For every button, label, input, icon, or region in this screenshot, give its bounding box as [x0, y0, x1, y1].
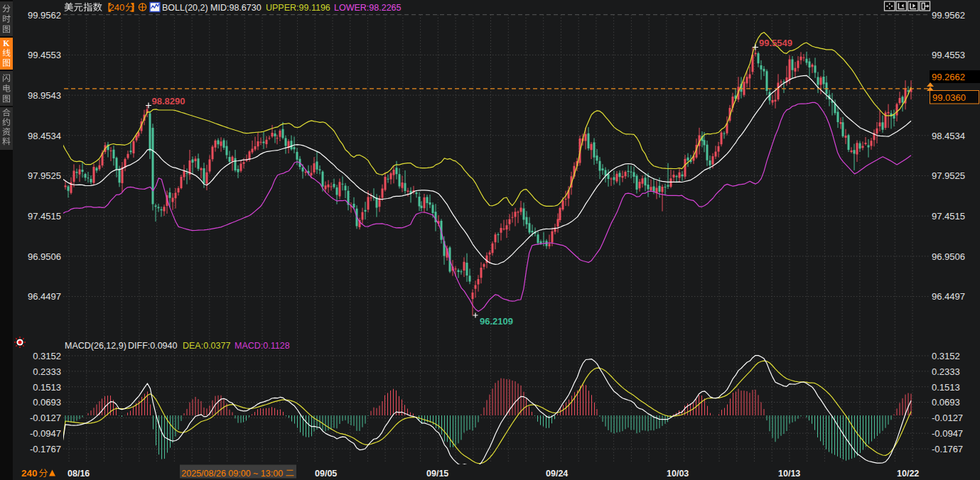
svg-text:96.4497: 96.4497 — [28, 291, 61, 302]
svg-text:-0.0947: -0.0947 — [932, 428, 963, 439]
svg-text:240: 240 — [109, 2, 125, 13]
svg-text:0.0693: 0.0693 — [932, 397, 960, 408]
svg-text:09/05: 09/05 — [315, 469, 337, 479]
svg-text:96.9506: 96.9506 — [28, 251, 61, 262]
svg-text:97.4515: 97.4515 — [932, 211, 965, 222]
svg-text:0.2333: 0.2333 — [33, 366, 61, 377]
svg-text:0.1513: 0.1513 — [932, 382, 960, 393]
svg-text:10/22: 10/22 — [897, 469, 919, 479]
svg-text:K: K — [3, 38, 10, 48]
svg-text:0.1513: 0.1513 — [33, 382, 61, 393]
svg-text:99.5549: 99.5549 — [759, 38, 792, 48]
svg-text:08/16: 08/16 — [68, 469, 90, 479]
svg-text:99.2662: 99.2662 — [932, 72, 965, 82]
svg-text:UPPER:99.1196: UPPER:99.1196 — [266, 3, 330, 13]
svg-text:98.9543: 98.9543 — [28, 90, 61, 101]
svg-text:96.4497: 96.4497 — [932, 291, 965, 302]
svg-text:DIFF:0.0940: DIFF:0.0940 — [128, 341, 178, 351]
svg-text:99.9562: 99.9562 — [932, 10, 965, 21]
svg-text:99.4553: 99.4553 — [28, 50, 61, 60]
svg-text:0.3152: 0.3152 — [932, 351, 960, 361]
svg-text:-0.0127: -0.0127 — [932, 413, 963, 423]
svg-text:98.4534: 98.4534 — [28, 131, 61, 141]
svg-text:99.4553: 99.4553 — [932, 50, 965, 60]
svg-text:240: 240 — [21, 468, 38, 479]
svg-text:98.8290: 98.8290 — [152, 96, 185, 107]
svg-text:97.9525: 97.9525 — [28, 170, 61, 181]
svg-text:10/13: 10/13 — [778, 469, 800, 479]
svg-text:-0.1767: -0.1767 — [30, 444, 61, 454]
svg-text:98.4534: 98.4534 — [932, 131, 965, 141]
svg-text:BOLL(20,2) MID:98.6730: BOLL(20,2) MID:98.6730 — [162, 3, 262, 13]
svg-text:96.2109: 96.2109 — [480, 316, 513, 327]
svg-text:99.0360: 99.0360 — [932, 92, 966, 103]
svg-text:-0.1767: -0.1767 — [932, 444, 963, 454]
svg-text:97.4515: 97.4515 — [28, 211, 61, 222]
svg-text:0.2333: 0.2333 — [932, 366, 960, 377]
svg-text:09/15: 09/15 — [426, 469, 448, 479]
svg-text:97.9525: 97.9525 — [932, 170, 965, 181]
svg-text:0.0693: 0.0693 — [33, 397, 61, 408]
svg-text:-0.0127: -0.0127 — [30, 413, 61, 423]
svg-text:0.3152: 0.3152 — [33, 351, 61, 361]
svg-text:96.9506: 96.9506 — [932, 251, 965, 262]
svg-text:LOWER:98.2265: LOWER:98.2265 — [334, 3, 402, 13]
svg-text:DEA:0.0377: DEA:0.0377 — [183, 341, 230, 351]
svg-text:09/24: 09/24 — [546, 469, 568, 479]
svg-text:-0.0947: -0.0947 — [30, 428, 61, 439]
svg-text:MACD:0.1128: MACD:0.1128 — [235, 341, 290, 351]
svg-text:99.9562: 99.9562 — [28, 10, 61, 21]
svg-text:10/03: 10/03 — [667, 469, 689, 479]
svg-text:2025/08/26 09:00 ~ 13:00: 2025/08/26 09:00 ~ 13:00 — [181, 469, 283, 479]
svg-text:MACD(26,12,9): MACD(26,12,9) — [65, 341, 126, 351]
